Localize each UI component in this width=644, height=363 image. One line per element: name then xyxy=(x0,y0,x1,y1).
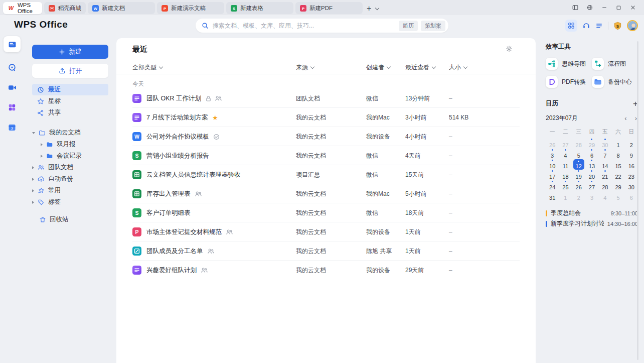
calendar-day[interactable]: 28 xyxy=(598,180,611,191)
rail-item-docs-home[interactable] xyxy=(4,36,21,52)
calendar-day[interactable]: 14 xyxy=(598,159,611,170)
tab-document-5[interactable]: P新建PDF xyxy=(295,2,363,14)
rail-item-calendar-7[interactable]: 7 xyxy=(4,119,21,136)
document-row[interactable]: 团队成员及分工名单我的云文档陈旭 共享1天前– xyxy=(116,241,536,261)
sidebar-tree-item-双月报[interactable]: 双月报 xyxy=(32,139,108,150)
new-tab-button[interactable]: + xyxy=(367,2,379,15)
vip-badge-icon[interactable]: S xyxy=(613,22,622,30)
calendar-day[interactable]: 18 xyxy=(559,170,572,180)
calendar-day[interactable]: 12 xyxy=(572,159,585,170)
caret-right-icon[interactable] xyxy=(32,201,34,204)
sidebar-tree-item-会议记录[interactable]: 会议记录 xyxy=(32,150,108,162)
calendar-day[interactable]: 30 xyxy=(625,180,638,191)
calendar-day[interactable]: 29 xyxy=(585,138,598,149)
tool-流程图[interactable]: 流程图 xyxy=(592,57,638,70)
calendar-day[interactable]: 13 xyxy=(585,159,598,170)
document-row[interactable]: 兴趣爱好组队计划我的云文档我的设备29天前– xyxy=(116,261,536,280)
split-view-icon[interactable] xyxy=(572,5,578,11)
right-scrollbar[interactable] xyxy=(637,41,638,360)
calendar-day[interactable]: 17 xyxy=(546,170,559,180)
calendar-day[interactable]: 2 xyxy=(625,138,638,149)
filter-大小[interactable]: 大小 xyxy=(449,63,520,72)
calendar-day[interactable]: 28 xyxy=(572,138,585,149)
calendar-day[interactable]: 3 xyxy=(546,149,559,159)
calendar-day[interactable]: 23 xyxy=(625,170,638,180)
rail-item-apps-purple[interactable] xyxy=(4,99,21,115)
sidebar-item-星标[interactable]: 星标 xyxy=(32,95,108,107)
new-document-button[interactable]: 新建 xyxy=(32,45,108,59)
calendar-day[interactable]: 5 xyxy=(572,149,585,159)
calendar-day[interactable]: 7 xyxy=(598,149,611,159)
calendar-day[interactable]: 2 xyxy=(572,191,585,201)
apps-grid-button[interactable] xyxy=(565,20,577,32)
calendar-day[interactable]: 6 xyxy=(585,149,598,159)
calendar-day[interactable]: 30 xyxy=(598,138,611,149)
sidebar-tree-item-团队文档[interactable]: 团队文档 xyxy=(32,162,108,173)
calendar-day[interactable]: 5 xyxy=(611,191,624,201)
calendar-day[interactable]: 19 xyxy=(572,170,585,180)
calendar-day[interactable]: 27 xyxy=(585,180,598,191)
calendar-day[interactable]: 21 xyxy=(598,170,611,180)
calendar-day[interactable]: 9 xyxy=(625,149,638,159)
globe-icon[interactable] xyxy=(587,5,593,11)
calendar-day[interactable]: 20 xyxy=(585,170,598,180)
calendar-day[interactable]: 3 xyxy=(585,191,598,201)
document-row[interactable]: S客户订单明细表我的云文档微信18天前– xyxy=(116,203,536,222)
calendar-prev-button[interactable]: ‹ xyxy=(624,114,626,122)
calendar-day[interactable]: 26 xyxy=(546,138,559,149)
tool-思维导图[interactable]: 思维导图 xyxy=(546,57,592,70)
tool-PDF转换[interactable]: PDF转换 xyxy=(546,75,592,88)
tab-wps-office[interactable]: WWPS Office xyxy=(3,2,42,14)
sidebar-tree-item-我的云文档[interactable]: 我的云文档 xyxy=(32,127,108,139)
sidebar-item-共享[interactable]: 共享 xyxy=(32,107,108,118)
document-row[interactable]: W公司对外合作协议模板我的云文档我的设备4小时前– xyxy=(116,127,536,146)
headset-icon[interactable] xyxy=(582,22,590,30)
document-row[interactable]: 库存出入管理表我的云文档我的Mac5小时前– xyxy=(116,184,536,203)
tab-document-4[interactable]: S新建表格 xyxy=(226,2,293,14)
rail-item-meeting-video[interactable] xyxy=(4,79,21,95)
sidebar-tree-item-标签[interactable]: 标签 xyxy=(32,196,108,208)
minimize-icon[interactable] xyxy=(601,5,607,11)
document-row[interactable]: 云文档管人员信息统计表理器验收项目汇总微信15天前– xyxy=(116,165,536,184)
rail-item-recent-clock[interactable] xyxy=(4,59,21,75)
calendar-day[interactable]: 16 xyxy=(625,159,638,170)
caret-right-icon[interactable] xyxy=(32,178,34,181)
calendar-day[interactable]: 4 xyxy=(559,149,572,159)
tab-document-3[interactable]: P新建演示文稿 xyxy=(157,2,224,14)
calendar-day[interactable]: 4 xyxy=(598,191,611,201)
calendar-day[interactable]: 6 xyxy=(625,191,638,201)
filter-来源[interactable]: 来源 xyxy=(296,63,366,72)
search-tag-策划案[interactable]: 策划案 xyxy=(421,21,445,31)
sidebar-item-trash[interactable]: 回收站 xyxy=(32,214,108,225)
calendar-day[interactable]: 27 xyxy=(559,138,572,149)
document-row[interactable]: 7 月线下活动策划方案★我的云文档我的Mac3小时前514 KB xyxy=(116,108,536,127)
calendar-day[interactable]: 25 xyxy=(559,180,572,191)
filter-创建者[interactable]: 创建者 xyxy=(366,63,405,72)
tab-document-1[interactable]: 稻壳商城 xyxy=(44,2,86,14)
search-tag-简历[interactable]: 简历 xyxy=(399,21,418,31)
calendar-day[interactable]: 31 xyxy=(546,191,559,201)
filter-全部类型[interactable]: 全部类型 xyxy=(132,63,296,72)
calendar-event[interactable]: 季度总结会9:30–11:00 xyxy=(546,208,638,218)
sidebar-item-最近[interactable]: 最近 xyxy=(32,84,108,95)
tool-备份中心[interactable]: 备份中心 xyxy=(592,75,638,88)
avatar[interactable] xyxy=(627,20,638,31)
document-row[interactable]: S营销小组业绩分析报告我的云文档微信4天前– xyxy=(116,146,536,165)
tab-document-2[interactable]: W新建文档 xyxy=(88,2,155,14)
calendar-day[interactable]: 11 xyxy=(559,159,572,170)
caret-right-icon[interactable] xyxy=(41,155,43,158)
gear-icon[interactable] xyxy=(506,45,513,52)
sidebar-tree-item-常用[interactable]: 常用 xyxy=(32,185,108,196)
calendar-day[interactable]: 22 xyxy=(611,170,624,180)
sidebar-tree-item-自动备份[interactable]: 自动备份 xyxy=(32,173,108,185)
calendar-day[interactable]: 24 xyxy=(546,180,559,191)
open-button[interactable]: 打开 xyxy=(32,64,108,78)
calendar-day[interactable]: 1 xyxy=(559,191,572,201)
maximize-icon[interactable] xyxy=(616,5,621,11)
document-row[interactable]: P市场主体登记提交材料规范我的云文档我的设备1天前– xyxy=(116,222,536,241)
search-bar[interactable]: 简历策划案 xyxy=(196,19,448,33)
caret-right-icon[interactable] xyxy=(32,166,34,169)
close-icon[interactable] xyxy=(630,5,636,11)
search-input[interactable] xyxy=(213,22,396,29)
calendar-day[interactable]: 15 xyxy=(611,159,624,170)
